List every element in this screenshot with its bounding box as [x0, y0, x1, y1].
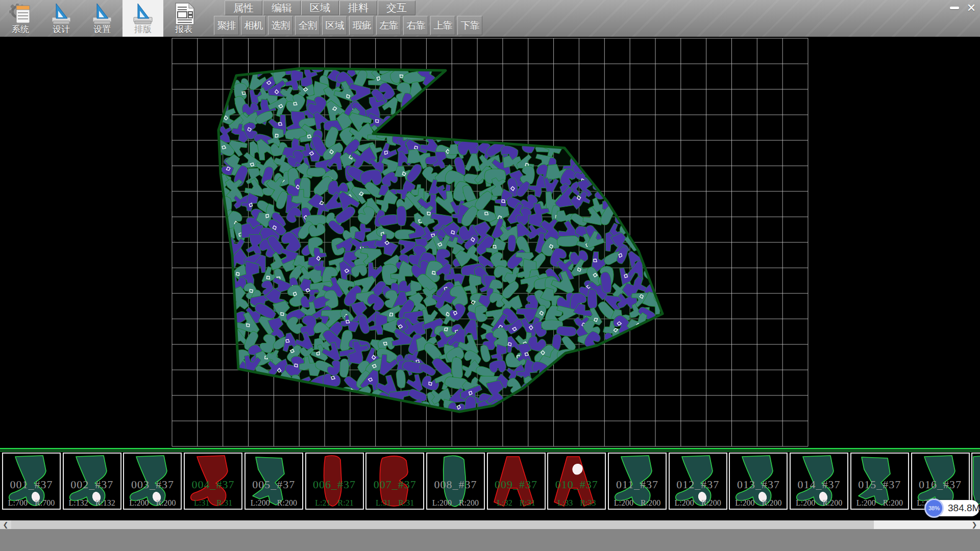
piece-thumbnail-005_37[interactable]: 005_#37L:200R:200 [244, 453, 303, 510]
piece-left-count: L:200 [614, 498, 633, 507]
nesting-canvas[interactable] [0, 37, 980, 448]
memory-percent: 38% [928, 505, 940, 511]
scroll-left-arrow[interactable]: ❮ [0, 520, 11, 529]
piece-id: 006_#37 [306, 478, 363, 491]
piece-lr-counts: L:700R:700 [3, 498, 60, 508]
piece-thumbnail-015_37[interactable]: 015_#37L:200R:200 [850, 453, 909, 510]
piece-left-count: L:32 [497, 498, 512, 507]
piece-left-count: L:200 [735, 498, 754, 507]
tool-snap-right[interactable]: 右靠 [403, 16, 428, 35]
piece-id: 007_#37 [366, 478, 423, 491]
app-button-nesting[interactable]: 排版 [122, 0, 163, 37]
menu-properties[interactable]: 属性 [225, 1, 262, 15]
piece-thumbnail-010_37[interactable]: 010_#37L:33R:33 [547, 453, 606, 510]
piece-left-count: L:31 [376, 498, 391, 507]
piece-id: 001_#37 [3, 478, 60, 491]
piece-thumbnail-004_37[interactable]: 004_#37L:31R:31 [184, 453, 242, 510]
piece-right-count: R:31 [398, 498, 414, 507]
piece-lr-counts: L:200R:200 [730, 498, 787, 508]
piece-id: 010_#37 [548, 478, 605, 491]
tool-snap-left[interactable]: 左靠 [376, 16, 401, 35]
close-button[interactable]: ✕ [964, 1, 979, 14]
piece-left-count: L:132 [69, 498, 88, 507]
tool-snap-up[interactable]: 上靠 [430, 16, 455, 35]
piece-id: 012_#37 [670, 478, 726, 491]
piece-right-count: R:31 [216, 498, 232, 507]
piece-thumbnail-008_37[interactable]: 008_#37L:200R:200 [426, 453, 485, 510]
menu-edit[interactable]: 编辑 [263, 1, 301, 15]
memory-usage-badge[interactable]: 38% 384.8M [925, 500, 979, 516]
tool-snap-down[interactable]: 下靠 [457, 16, 482, 35]
piece-thumbnail-003_37[interactable]: 003_#37L:200R:200 [123, 453, 182, 510]
piece-thumbnail-014_37[interactable]: 014_#37L:200R:200 [790, 453, 848, 510]
piece-thumbnail-007_37[interactable]: 007_#37L:31R:31 [365, 453, 424, 510]
horizontal-scrollbar[interactable]: ❮ ❯ [0, 520, 980, 529]
app-button-label: 设置 [82, 23, 122, 35]
scrollbar-thumb[interactable] [11, 520, 874, 529]
tool-cluster-nest[interactable]: 聚排 [214, 16, 239, 35]
piece-id: 011_#37 [609, 478, 666, 491]
pieces-strip: 001_#37L:700R:700002_#37L:132R:132003_#3… [0, 448, 980, 511]
piece-thumbnail-013_37[interactable]: 013_#37L:200R:200 [729, 453, 788, 510]
piece-left-count: L:200 [432, 498, 452, 507]
piece-left-count: L:200 [129, 498, 149, 507]
main-toolbar: 系统设计设置排版报表 属性编辑区域排料交互 聚排相机选割全割区域瑕疵左靠右靠上靠… [0, 0, 980, 37]
piece-lr-counts: L:200R:200 [851, 498, 908, 508]
piece-left-count: L:700 [8, 498, 28, 507]
piece-right-count: R:33 [580, 498, 596, 507]
menu-interact[interactable]: 交互 [378, 1, 415, 15]
app-buttons: 系统设计设置排版报表 [0, 0, 204, 37]
piece-right-count: R:31 [520, 498, 535, 507]
menu-nest[interactable]: 排料 [339, 1, 377, 15]
tool-camera[interactable]: 相机 [241, 16, 266, 35]
memory-size: 384.8M [948, 500, 980, 516]
tool-cut-all[interactable]: 全割 [295, 16, 320, 35]
piece-right-count: R:200 [641, 498, 660, 507]
piece-id: 002_#37 [64, 478, 120, 491]
minimize-button[interactable] [947, 1, 962, 14]
tool-row: 聚排相机选割全割区域瑕疵左靠右靠上靠下靠 [214, 16, 482, 35]
piece-lr-counts: L:132R:132 [64, 498, 120, 508]
piece-id: 008_#37 [427, 478, 484, 491]
app-button-design[interactable]: 设计 [41, 0, 82, 37]
piece-id: 004_#37 [185, 478, 241, 491]
piece-right-count: R:200 [156, 498, 176, 507]
piece-lr-counts: L:200R:200 [246, 498, 302, 508]
tool-defect[interactable]: 瑕疵 [349, 16, 374, 35]
piece-right-count: R:132 [95, 498, 115, 507]
app-button-label: 设计 [41, 23, 82, 35]
piece-thumbnail-006_37[interactable]: 006_#37L:21R:21 [305, 453, 364, 510]
piece-left-count: L:31 [194, 498, 209, 507]
scroll-right-arrow[interactable]: ❯ [969, 520, 980, 529]
piece-left-count: L:200 [251, 498, 270, 507]
status-bar [0, 529, 980, 551]
strip-separator-line2 [0, 450, 980, 452]
piece-right-count: R:21 [338, 498, 354, 507]
piece-lr-counts: L:200R:200 [427, 498, 484, 508]
menu-region[interactable]: 区域 [301, 1, 339, 15]
app-button-settings[interactable]: 设置 [82, 0, 122, 37]
nesting-layout-svg [0, 37, 980, 448]
piece-id: 005_#37 [246, 478, 302, 491]
piece-thumbnail-011_37[interactable]: 011_#37L:200R:200 [608, 453, 667, 510]
app-button-system[interactable]: 系统 [0, 0, 41, 37]
piece-lr-counts: L:21R:21 [306, 498, 363, 508]
piece-thumbnail-012_37[interactable]: 012_#37L:200R:200 [669, 453, 727, 510]
piece-lr-counts: L:200R:200 [609, 498, 666, 508]
piece-left-count: L:200 [675, 498, 694, 507]
piece-right-count: R:200 [762, 498, 781, 507]
memory-percent-circle: 38% [924, 498, 944, 518]
piece-left-count: L:33 [557, 498, 573, 507]
tool-select-cut[interactable]: 选割 [268, 16, 293, 35]
menu-row: 属性编辑区域排料交互 [225, 1, 415, 15]
piece-thumbnail-009_37[interactable]: 009_#37L:32R:31 [487, 453, 546, 510]
app-button-label: 系统 [0, 23, 41, 35]
piece-right-count: R:700 [35, 498, 55, 507]
piece-thumbnail-001_37[interactable]: 001_#37L:700R:700 [2, 453, 61, 510]
piece-thumbnail-002_37[interactable]: 002_#37L:132R:132 [63, 453, 121, 510]
tool-region[interactable]: 区域 [322, 16, 347, 35]
piece-lr-counts: L:32R:31 [488, 498, 545, 508]
window-controls: ✕ [947, 1, 979, 14]
app-button-report[interactable]: 报表 [163, 0, 204, 37]
piece-lr-counts: L:200R:200 [670, 498, 726, 508]
